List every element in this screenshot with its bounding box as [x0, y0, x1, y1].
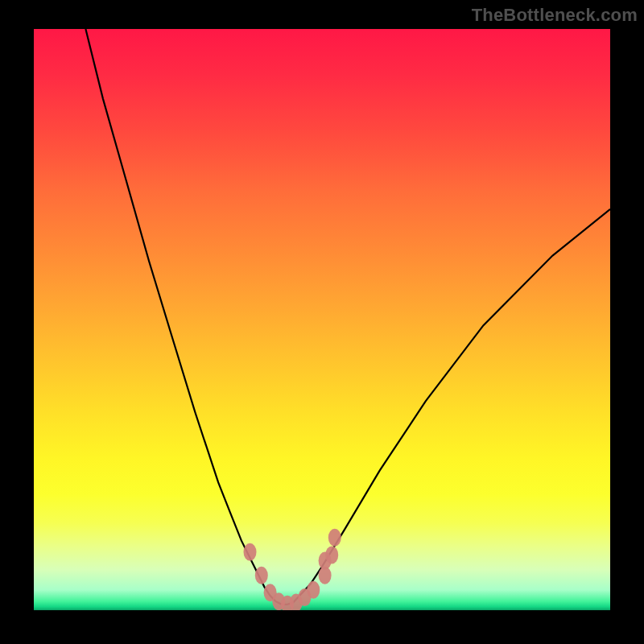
highlight-dot	[255, 567, 268, 584]
highlight-dot	[244, 543, 257, 561]
bottleneck-curve	[85, 29, 610, 605]
highlight-dot	[325, 546, 338, 564]
highlight-dot	[307, 581, 320, 599]
highlight-dots	[244, 529, 341, 610]
highlight-dot	[328, 529, 341, 547]
watermark-text: TheBottleneck.com	[472, 5, 638, 26]
chart-svg	[34, 29, 610, 610]
plot-area	[34, 29, 610, 610]
